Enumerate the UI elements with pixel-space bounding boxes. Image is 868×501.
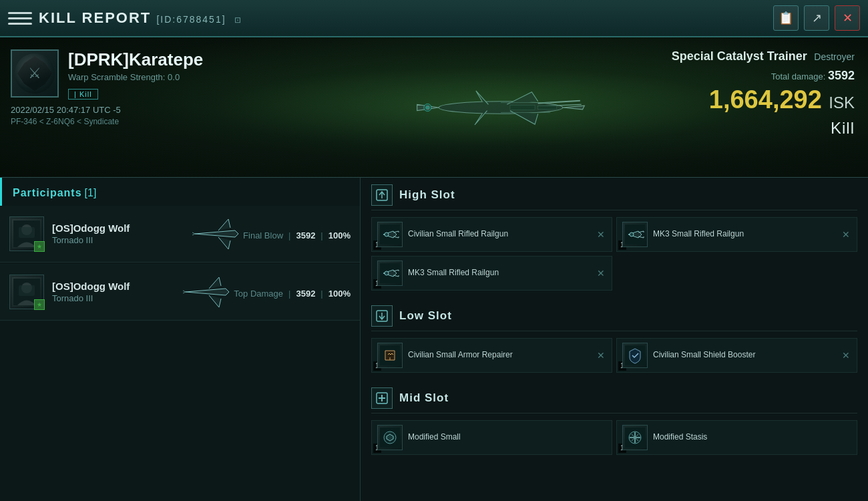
svg-point-24: [630, 232, 634, 236]
item-name: Civilian Small Armor Repairer: [403, 350, 596, 361]
participant-info: [OS]Odogg Wolf Tornado III: [44, 281, 180, 303]
low-slot-section: Low Slot 1: [363, 299, 865, 381]
svg-rect-8: [538, 106, 557, 110]
participant-ship-image: [190, 214, 243, 254]
main-content: Participants [1] ★ [OS]Odogg Wolf: [0, 178, 868, 501]
participants-header: Participants [1]: [0, 178, 360, 206]
slots-panel: High Slot 1: [361, 178, 868, 501]
svg-line-17: [183, 291, 186, 292]
low-slot-title: Low Slot: [399, 309, 452, 323]
window-title: KILL REPORT [ID:6788451] ⊡: [39, 9, 773, 27]
participant-stats: Top Damage | 3592 | 100%: [234, 286, 351, 299]
item-name: MK3 Small Rifled Railgun: [648, 229, 841, 240]
stat-percent: 100%: [329, 289, 351, 299]
isk-label: ISK: [829, 94, 855, 112]
slot-item: 1 MK3 Small Rifled Railgun: [371, 256, 612, 291]
item-remove-button[interactable]: ✕: [596, 267, 606, 280]
item-icon: [622, 425, 648, 450]
item-name: MK3 Small Rifled Railgun: [403, 268, 596, 279]
stat-damage: 3592: [296, 289, 315, 299]
item-remove-button[interactable]: ✕: [596, 228, 606, 241]
item-icon: [377, 261, 403, 286]
low-slot-icon: [371, 305, 393, 327]
participant-info: [OS]Odogg Wolf Tornado III: [44, 222, 190, 245]
kill-location: PF-346 < Z-6NQ6 < Syndicate: [11, 117, 337, 126]
item-remove-button[interactable]: ✕: [841, 349, 851, 362]
high-slot-header: High Slot: [371, 184, 857, 210]
slot-item: 1 Modified Small: [371, 420, 612, 455]
participants-panel: Participants [1] ★ [OS]Odogg Wolf: [0, 178, 361, 501]
low-slot-header: Low Slot: [371, 305, 857, 331]
participant-card: ★ [OS]Odogg Wolf Tornado III: [0, 264, 360, 321]
item-icon: [377, 222, 403, 247]
mid-slot-section: Mid Slot 1 Modified S: [363, 381, 865, 463]
player-name: [DPRK]Karatepe: [68, 49, 337, 70]
menu-icon[interactable]: [8, 6, 32, 30]
ship-name: Special Catalyst Trainer: [672, 49, 807, 63]
close-button[interactable]: ✕: [835, 5, 860, 31]
svg-line-3: [538, 100, 580, 103]
item-icon: [377, 343, 403, 368]
hero-left: ⚔ [DPRK]Karatepe Warp Scramble Strength:…: [0, 37, 347, 177]
title-id: [ID:6788451]: [156, 14, 226, 25]
mid-slot-icon: [371, 387, 393, 409]
high-slot-items: 1 Civilian Small Rifled Railg: [371, 217, 857, 291]
participant-name: [OS]Odogg Wolf: [52, 281, 172, 292]
mid-slot-items: 1 Modified Small 1: [371, 420, 857, 455]
title-actions: 📋 ↗ ✕: [773, 5, 860, 31]
stat-damage: 3592: [296, 230, 315, 240]
warp-scramble: Warp Scramble Strength: 0.0: [68, 72, 337, 82]
title-bar: KILL REPORT [ID:6788451] ⊡ 📋 ↗ ✕: [0, 0, 868, 37]
ship-class: Special Catalyst Trainer Destroyer: [672, 49, 855, 63]
ship-type: Destroyer: [814, 51, 855, 62]
item-icon: [377, 425, 403, 450]
low-slot-items: 1 Civilian Small Armor Repairer ✕: [371, 338, 857, 373]
participant-avatar: ★: [9, 216, 44, 251]
export-button[interactable]: ↗: [804, 5, 829, 31]
participant-ship-image: [180, 272, 234, 312]
mid-slot-header: Mid Slot: [371, 387, 857, 413]
slot-item: 1 Civilian Small Rifled Railg: [371, 217, 612, 252]
svg-rect-7: [510, 105, 535, 110]
item-icon: [622, 222, 648, 247]
slot-item: 1 Civilian Small Armor Repairer ✕: [371, 338, 612, 373]
high-slot-icon: [371, 184, 393, 206]
item-name: Modified Small: [403, 432, 606, 443]
hero-right: Special Catalyst Trainer Destroyer Total…: [654, 37, 868, 177]
mid-slot-title: Mid Slot: [399, 391, 449, 405]
high-slot-section: High Slot 1: [363, 178, 865, 299]
hero-section: ⚔ [DPRK]Karatepe Warp Scramble Strength:…: [0, 37, 868, 178]
isk-value: 1,664,292: [709, 86, 822, 114]
high-slot-title: High Slot: [399, 188, 455, 202]
stat-percent: 100%: [329, 230, 351, 240]
svg-line-13: [192, 234, 195, 235]
hero-top: ⚔ [DPRK]Karatepe Warp Scramble Strength:…: [11, 49, 337, 100]
item-remove-button[interactable]: ✕: [841, 228, 851, 241]
total-damage-label: Total damage:: [771, 71, 826, 81]
svg-point-2: [426, 106, 430, 110]
ship-svg: [414, 71, 588, 144]
avatar: ⚔: [11, 49, 59, 98]
participant-stats: Final Blow | 3592 | 100%: [243, 228, 351, 240]
stat-label: Top Damage: [234, 289, 283, 299]
slot-item: 1 Civilian Small Shield Booster ✕: [616, 338, 857, 373]
svg-rect-16: [19, 285, 35, 296]
item-name: Modified Stasis: [648, 432, 851, 443]
svg-point-26: [385, 271, 389, 275]
svg-rect-11: [19, 227, 35, 238]
stat-label: Final Blow: [243, 230, 283, 240]
item-icon: [622, 343, 648, 368]
isk-row: 1,664,292 ISK: [709, 87, 855, 112]
total-damage-row: Total damage: 3592: [771, 69, 855, 83]
ship-image-area: [347, 37, 654, 177]
svg-point-22: [385, 232, 389, 236]
participant-card: ★ [OS]Odogg Wolf Tornado III: [0, 206, 360, 263]
item-remove-button[interactable]: ✕: [596, 349, 606, 362]
participants-count: [1]: [85, 187, 97, 199]
copy-button[interactable]: 📋: [773, 5, 799, 31]
total-damage-value: 3592: [828, 69, 855, 82]
slot-item: 1 Modified S: [616, 420, 857, 455]
kill-date: 2022/02/15 20:47:17 UTC -5: [11, 105, 337, 115]
avatar-image: ⚔: [17, 56, 52, 91]
participant-name: [OS]Odogg Wolf: [52, 222, 182, 234]
